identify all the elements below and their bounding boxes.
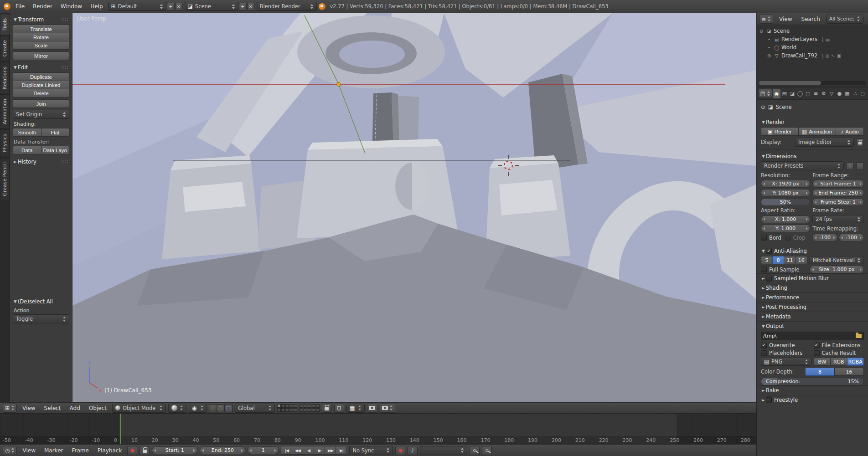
- duplicate-linked-button[interactable]: Duplicate Linked: [13, 81, 69, 89]
- resolution-percentage-slider[interactable]: 50%: [761, 198, 810, 206]
- manipulator-rotate-toggle[interactable]: ○: [217, 404, 225, 412]
- cache-result-checkbox[interactable]: Cache Result: [814, 350, 864, 356]
- output-panel-header[interactable]: ▼ Output: [757, 321, 868, 331]
- tab-material[interactable]: ●: [836, 89, 843, 98]
- layer-toggle[interactable]: [304, 404, 307, 408]
- delete-keyframe-button[interactable]: [482, 446, 492, 455]
- render-button[interactable]: ▣ Render: [761, 127, 799, 136]
- sync-mode-dropdown[interactable]: No Sync: [349, 446, 393, 455]
- render-engine-selector[interactable]: Blender Render: [257, 2, 317, 11]
- tab-animation[interactable]: Animation: [0, 94, 10, 129]
- menu-window[interactable]: Window: [57, 3, 85, 10]
- tab-data[interactable]: ▽: [828, 89, 835, 98]
- tab-tools[interactable]: Tools: [0, 14, 10, 35]
- tab-texture[interactable]: ▦: [843, 89, 851, 98]
- expand-icon[interactable]: ⊕: [766, 53, 772, 58]
- file-extensions-checkbox[interactable]: ✓File Extensions: [814, 342, 864, 348]
- aa-samples-16-button[interactable]: 16: [796, 256, 807, 264]
- add-preset-button[interactable]: +: [846, 162, 854, 170]
- layer-toggle[interactable]: [300, 408, 303, 412]
- tab-grease-pencil[interactable]: Grease Pencil: [0, 158, 10, 200]
- insert-keyframe-button[interactable]: [470, 446, 480, 455]
- layer-toggle[interactable]: [308, 404, 311, 408]
- edit-panel-header[interactable]: ▼ Edit: [13, 63, 69, 72]
- scene-selector[interactable]: ◪ Scene: [185, 2, 238, 11]
- timeline-menu-marker[interactable]: Marker: [41, 447, 66, 454]
- metadata-panel-header[interactable]: ► Metadata: [757, 312, 868, 321]
- aa-samples-5-button[interactable]: 5: [761, 256, 773, 264]
- scrollbar-thumb[interactable]: [759, 81, 821, 85]
- menu-object[interactable]: Object: [86, 405, 110, 411]
- render-audio-button[interactable]: ♪ Audio: [836, 127, 864, 136]
- start-frame-field[interactable]: Start Frame: 1: [812, 180, 864, 188]
- restrict-render-camera-icon[interactable]: ▣: [837, 53, 841, 58]
- next-keyframe-button[interactable]: ▶▶: [325, 446, 336, 455]
- scale-button[interactable]: Scale: [13, 41, 69, 50]
- anti-aliasing-panel-header[interactable]: ▼ ✓ Anti-Aliasing: [761, 246, 864, 255]
- dimensions-panel-header[interactable]: ▼ Dimensions: [761, 152, 864, 160]
- layer-toggle[interactable]: [277, 408, 281, 412]
- freestyle-panel-header[interactable]: ► Freestyle: [757, 395, 868, 405]
- motion-blur-checkbox[interactable]: [766, 276, 772, 282]
- resolution-x-field[interactable]: X: 1920 px: [761, 180, 810, 188]
- tab-object[interactable]: □: [804, 89, 811, 98]
- timeline-menu-playback[interactable]: Playback: [94, 447, 125, 454]
- tree-item-renderlayers[interactable]: • ▤ RenderLayers | ▤: [759, 35, 866, 43]
- layer-toggle[interactable]: [294, 408, 297, 412]
- screen-layout-selector[interactable]: ⊞ Default: [108, 2, 166, 11]
- translate-button[interactable]: Translate: [13, 25, 69, 33]
- mode-dropdown[interactable]: Object Mode: [112, 404, 166, 413]
- full-sample-checkbox[interactable]: Full Sample: [761, 266, 807, 273]
- color-mode-rgba-button[interactable]: RGBA: [847, 358, 864, 366]
- post-processing-panel-header[interactable]: ► Post Processing: [757, 302, 868, 312]
- tab-particles[interactable]: ∴: [852, 89, 859, 98]
- color-mode-rgb-button[interactable]: RGB: [830, 358, 847, 366]
- duplicate-button[interactable]: Duplicate: [13, 72, 69, 81]
- layer-toggle[interactable]: [281, 404, 285, 408]
- render-animation-button[interactable]: ▥ Animation: [798, 127, 837, 136]
- layer-toggle[interactable]: [300, 404, 303, 408]
- frame-step-field[interactable]: Frame Step: 1: [812, 198, 864, 206]
- layer-toggle[interactable]: [289, 404, 293, 408]
- add-scene-button[interactable]: +: [239, 3, 247, 10]
- tab-render-layers[interactable]: ▤: [781, 89, 788, 98]
- timeline-menu-view[interactable]: View: [19, 447, 38, 454]
- snap-toggle-button[interactable]: Ω: [334, 404, 344, 413]
- opengl-render-button[interactable]: [367, 404, 377, 413]
- remap-old-field[interactable]: :100: [812, 234, 837, 241]
- frame-rate-dropdown[interactable]: 24 fps: [812, 215, 864, 223]
- history-panel-header[interactable]: ► History: [13, 157, 69, 166]
- lock-to-scene-button[interactable]: [322, 404, 332, 413]
- snap-element-dropdown[interactable]: ▦: [346, 404, 365, 413]
- tree-item-world[interactable]: • ◯ World: [759, 43, 866, 51]
- outliner-menu-search[interactable]: Search: [798, 16, 823, 22]
- shade-smooth-button[interactable]: Smooth: [13, 128, 41, 137]
- mirror-button[interactable]: Mirror: [13, 51, 69, 60]
- timeline-ruler[interactable]: -50-40-30-20-100102030405060708090100110…: [0, 414, 756, 444]
- aa-samples-11-button[interactable]: 11: [784, 256, 796, 264]
- delete-button[interactable]: Delete: [13, 89, 69, 97]
- action-dropdown[interactable]: Toggle: [13, 314, 69, 323]
- timeline-menu-frame[interactable]: Frame: [68, 447, 92, 454]
- add-layout-button[interactable]: +: [167, 3, 175, 10]
- collapse-icon[interactable]: ⊖: [759, 29, 764, 34]
- data-transfer-layout-button[interactable]: Data Layo: [41, 146, 70, 154]
- join-button[interactable]: Join: [13, 99, 69, 108]
- color-depth-16-button[interactable]: 16: [834, 368, 864, 376]
- menu-select[interactable]: Select: [41, 405, 64, 411]
- jump-to-start-button[interactable]: |◀: [281, 446, 292, 455]
- compression-slider[interactable]: Compression: 15%: [761, 378, 864, 385]
- manipulator-translate-toggle[interactable]: +: [209, 404, 217, 412]
- viewport-shading-dropdown[interactable]: [168, 404, 186, 413]
- menu-add[interactable]: Add: [67, 405, 83, 411]
- aa-filter-dropdown[interactable]: Mitchell-Netravali: [810, 256, 864, 264]
- menu-file[interactable]: File: [12, 3, 28, 10]
- display-lock-button[interactable]: [856, 138, 864, 146]
- preview-range-button[interactable]: ●: [127, 446, 137, 455]
- tab-render[interactable]: ◉: [773, 89, 780, 98]
- tree-item-scene[interactable]: ⊖ ◪ Scene: [759, 27, 866, 35]
- tab-relations[interactable]: Relations: [0, 62, 10, 94]
- outliner-menu-view[interactable]: View: [776, 16, 795, 22]
- menu-render[interactable]: Render: [30, 3, 56, 10]
- audio-mute-button[interactable]: ♪: [408, 446, 418, 455]
